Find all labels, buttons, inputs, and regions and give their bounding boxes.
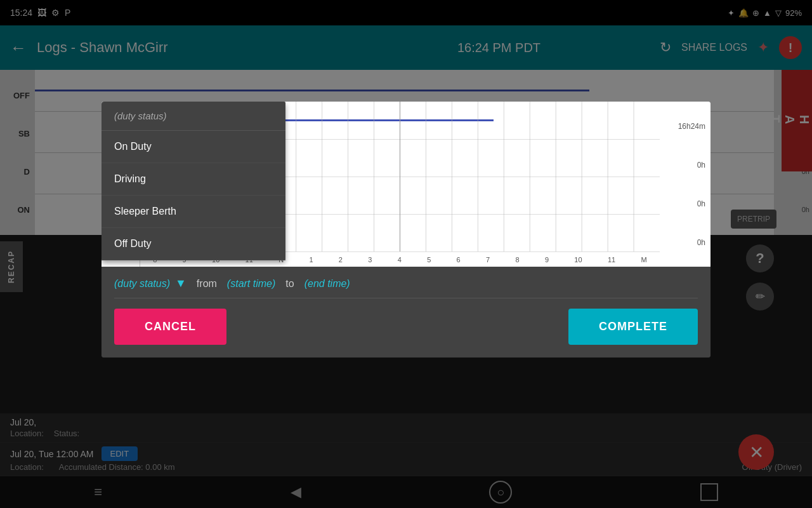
dropdown-item-on-duty[interactable]: On Duty	[102, 131, 285, 163]
dropdown-arrow-icon: ▼	[175, 277, 187, 290]
end-time-placeholder[interactable]: (end time)	[304, 278, 350, 290]
dropdown-item-off-duty[interactable]: Off Duty	[102, 228, 285, 260]
time-Mb: M	[641, 256, 646, 264]
modal-right-labels: 16h24m 0h 0h 0h	[660, 102, 710, 267]
modal-right-on: 0h	[665, 238, 705, 247]
dropdown-header: (duty status)	[102, 102, 285, 131]
to-label: to	[285, 278, 294, 290]
start-time-placeholder[interactable]: (start time)	[227, 278, 275, 290]
cancel-button[interactable]: CANCEL	[114, 309, 226, 345]
duty-status-text: (duty status)	[114, 278, 170, 290]
time-5: 5	[427, 256, 431, 264]
time-2: 2	[339, 256, 343, 264]
dropdown-item-sleeper-berth[interactable]: Sleeper Berth	[102, 196, 285, 228]
time-3: 3	[368, 256, 372, 264]
time-1: 1	[309, 256, 313, 264]
modal-buttons: CANCEL COMPLETE	[114, 304, 698, 347]
time-10b: 10	[574, 256, 582, 264]
modal-right-d: 0h	[665, 199, 705, 208]
time-8b: 8	[515, 256, 519, 264]
modal-right-off: 16h24m	[665, 122, 705, 131]
time-6: 6	[457, 256, 461, 264]
complete-button[interactable]: COMPLETE	[568, 309, 698, 345]
dropdown-item-driving[interactable]: Driving	[102, 163, 285, 196]
time-11b: 11	[608, 256, 615, 264]
modal-right-sb: 0h	[665, 161, 705, 170]
edit-modal: OFF SB D ON	[102, 102, 710, 358]
modal-status-row: (duty status) ▼ from (start time) to (en…	[114, 277, 698, 290]
duty-status-select[interactable]: (duty status) ▼	[114, 277, 187, 290]
from-label: from	[197, 278, 217, 290]
modal-divider	[114, 298, 698, 298]
duty-status-dropdown[interactable]: (duty status) On Duty Driving Sleeper Be…	[102, 102, 285, 260]
time-7: 7	[486, 256, 490, 264]
time-4: 4	[398, 256, 402, 264]
modal-body: (duty status) ▼ from (start time) to (en…	[102, 267, 710, 358]
time-9b: 9	[545, 256, 549, 264]
